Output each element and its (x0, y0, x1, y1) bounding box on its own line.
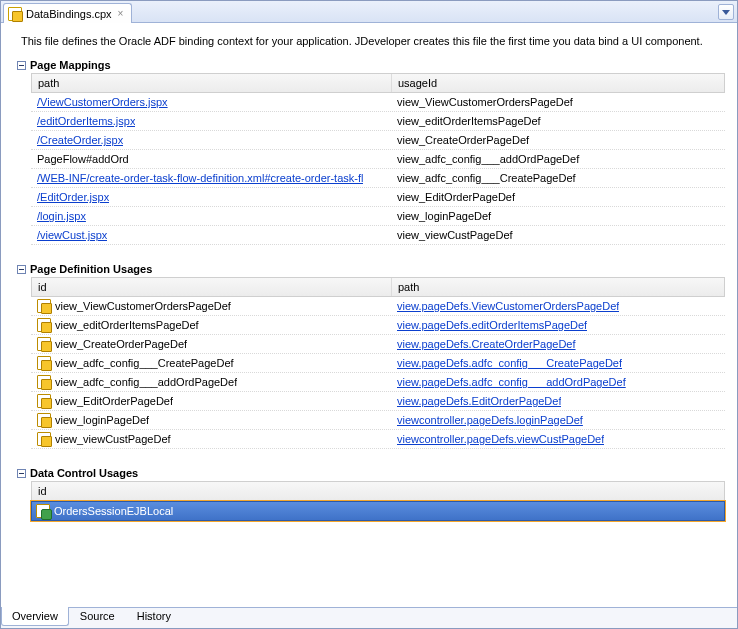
id-text: view_EditOrderPageDef (55, 395, 173, 407)
section-title: Page Mappings (30, 59, 111, 71)
page-def-icon (37, 432, 51, 446)
section-header-page-def-usages: Page Definition Usages (17, 263, 733, 275)
collapse-icon[interactable] (17, 265, 26, 274)
path-link[interactable]: view.pageDefs.CreateOrderPageDef (397, 338, 576, 350)
chevron-down-icon (722, 10, 730, 15)
usageid-text: view_ViewCustomerOrdersPageDef (391, 94, 725, 110)
path-link[interactable]: /EditOrder.jspx (37, 191, 109, 203)
tab-history[interactable]: History (126, 607, 182, 626)
table-row[interactable]: view_adfc_config___addOrdPageDefview.pag… (31, 373, 725, 392)
section-title: Page Definition Usages (30, 263, 152, 275)
id-text: view_adfc_config___CreatePageDef (55, 357, 234, 369)
data-control-icon (36, 504, 50, 518)
path-link[interactable]: view.pageDefs.adfc_config___CreatePageDe… (397, 357, 622, 369)
usageid-text: view_adfc_config___addOrdPageDef (391, 151, 725, 167)
page-def-icon (37, 413, 51, 427)
table-row[interactable]: PageFlow#addOrdview_adfc_config___addOrd… (31, 150, 725, 169)
id-text: view_ViewCustomerOrdersPageDef (55, 300, 231, 312)
tab-overview[interactable]: Overview (1, 607, 69, 626)
id-text: view_loginPageDef (55, 414, 149, 426)
page-mappings-table: path usageId /ViewCustomerOrders.jspxvie… (31, 73, 725, 245)
usageid-text: view_adfc_config___CreatePageDef (391, 170, 725, 186)
path-link[interactable]: view.pageDefs.ViewCustomerOrdersPageDef (397, 300, 619, 312)
table-row[interactable]: /WEB-INF/create-order-task-flow-definiti… (31, 169, 725, 188)
table-row[interactable]: /EditOrder.jspxview_EditOrderPageDef (31, 188, 725, 207)
table-row[interactable]: view_EditOrderPageDefview.pageDefs.EditO… (31, 392, 725, 411)
page-def-icon (37, 375, 51, 389)
content-wrap: This file defines the Oracle ADF binding… (1, 23, 737, 607)
section-header-data-control-usages: Data Control Usages (17, 467, 733, 479)
table-row-selected[interactable]: OrdersSessionEJBLocal (31, 501, 725, 521)
id-text: OrdersSessionEJBLocal (54, 505, 173, 517)
table-row[interactable]: view_adfc_config___CreatePageDefview.pag… (31, 354, 725, 373)
table-row[interactable]: view_editOrderItemsPageDefview.pageDefs.… (31, 316, 725, 335)
path-link[interactable]: /editOrderItems.jspx (37, 115, 135, 127)
path-link[interactable]: /viewCust.jspx (37, 229, 107, 241)
page-def-icon (37, 318, 51, 332)
table-row[interactable]: /CreateOrder.jspxview_CreateOrderPageDef (31, 131, 725, 150)
page-def-icon (37, 337, 51, 351)
id-text: view_CreateOrderPageDef (55, 338, 187, 350)
table-row[interactable]: /viewCust.jspxview_viewCustPageDef (31, 226, 725, 245)
table-row[interactable]: /editOrderItems.jspxview_editOrderItemsP… (31, 112, 725, 131)
column-header-path[interactable]: path (392, 278, 724, 296)
usageid-text: view_editOrderItemsPageDef (391, 113, 725, 129)
collapse-icon[interactable] (17, 469, 26, 478)
path-link[interactable]: viewcontroller.pageDefs.loginPageDef (397, 414, 583, 426)
id-text: view_viewCustPageDef (55, 433, 171, 445)
table-row[interactable]: view_CreateOrderPageDefview.pageDefs.Cre… (31, 335, 725, 354)
file-tab-databindings[interactable]: DataBindings.cpx × (3, 3, 132, 23)
file-tab-label: DataBindings.cpx (26, 8, 112, 20)
page-def-icon (37, 356, 51, 370)
page-def-usages-table: id path view_ViewCustomerOrdersPageDefvi… (31, 277, 725, 449)
column-header-id[interactable]: id (31, 481, 725, 501)
usageid-text: view_loginPageDef (391, 208, 725, 224)
bottom-tabbar: Overview Source History (1, 607, 737, 628)
table-row[interactable]: view_loginPageDefviewcontroller.pageDefs… (31, 411, 725, 430)
table-row[interactable]: view_ViewCustomerOrdersPageDefview.pageD… (31, 297, 725, 316)
section-title: Data Control Usages (30, 467, 138, 479)
page-def-icon (37, 299, 51, 313)
close-icon[interactable]: × (116, 8, 126, 19)
usageid-text: view_viewCustPageDef (391, 227, 725, 243)
editor-tabbar: DataBindings.cpx × (1, 1, 737, 23)
table-row[interactable]: /login.jspxview_loginPageDef (31, 207, 725, 226)
path-link[interactable]: /CreateOrder.jspx (37, 134, 123, 146)
path-link[interactable]: /login.jspx (37, 210, 86, 222)
path-link[interactable]: viewcontroller.pageDefs.viewCustPageDef (397, 433, 604, 445)
path-link[interactable]: /ViewCustomerOrders.jspx (37, 96, 168, 108)
path-text: PageFlow#addOrd (37, 153, 129, 165)
data-control-usages-table: id OrdersSessionEJBLocal (31, 481, 725, 521)
path-link[interactable]: view.pageDefs.EditOrderPageDef (397, 395, 561, 407)
collapse-icon[interactable] (17, 61, 26, 70)
content-scroll[interactable]: This file defines the Oracle ADF binding… (1, 23, 737, 607)
id-text: view_adfc_config___addOrdPageDef (55, 376, 237, 388)
table-row[interactable]: view_viewCustPageDefviewcontroller.pageD… (31, 430, 725, 449)
table-row[interactable]: /ViewCustomerOrders.jspxview_ViewCustome… (31, 93, 725, 112)
editor-window: DataBindings.cpx × This file defines the… (0, 0, 738, 629)
column-header-path[interactable]: path (32, 74, 392, 92)
tab-menu-button[interactable] (718, 4, 734, 20)
path-link[interactable]: view.pageDefs.adfc_config___addOrdPageDe… (397, 376, 626, 388)
path-link[interactable]: view.pageDefs.editOrderItemsPageDef (397, 319, 587, 331)
usageid-text: view_CreateOrderPageDef (391, 132, 725, 148)
tab-source[interactable]: Source (69, 607, 126, 626)
usageid-text: view_EditOrderPageDef (391, 189, 725, 205)
column-header-usageid[interactable]: usageId (392, 74, 724, 92)
table-header: path usageId (31, 73, 725, 93)
table-header: id path (31, 277, 725, 297)
column-header-id[interactable]: id (32, 278, 392, 296)
page-def-icon (37, 394, 51, 408)
path-link[interactable]: /WEB-INF/create-order-task-flow-definiti… (37, 172, 363, 184)
file-description: This file defines the Oracle ADF binding… (21, 35, 733, 47)
id-text: view_editOrderItemsPageDef (55, 319, 199, 331)
section-header-page-mappings: Page Mappings (17, 59, 733, 71)
file-icon (8, 7, 22, 21)
